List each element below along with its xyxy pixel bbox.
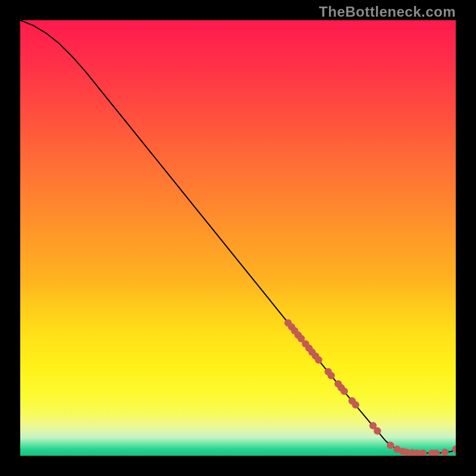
data-marker bbox=[352, 401, 359, 408]
gradient-bg bbox=[20, 20, 456, 456]
data-marker bbox=[340, 387, 347, 394]
data-marker bbox=[441, 449, 449, 456]
chart-stage: TheBottleneck.com bbox=[0, 0, 476, 476]
data-marker bbox=[315, 356, 322, 364]
watermark-text: TheBottleneck.com bbox=[319, 4, 456, 20]
data-marker bbox=[374, 427, 381, 434]
data-marker bbox=[387, 441, 394, 449]
chart-plot bbox=[20, 20, 456, 456]
data-marker bbox=[327, 372, 334, 379]
